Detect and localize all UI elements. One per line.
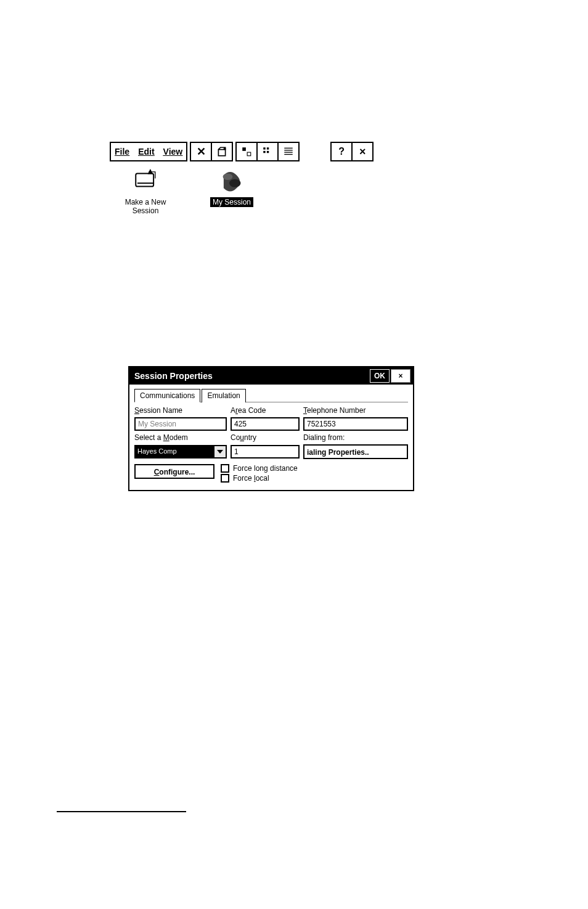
properties-button[interactable]	[212, 143, 232, 160]
my-session-icon	[217, 165, 247, 195]
help-button[interactable]: ?	[332, 143, 351, 160]
close-icon: ×	[398, 372, 402, 380]
svg-point-13	[229, 179, 240, 187]
checkbox-icon	[221, 464, 229, 473]
large-icons-icon	[241, 146, 252, 157]
icon-view: Make a New Session My Session	[110, 165, 439, 216]
menu-bar: File Edit View	[110, 142, 187, 161]
close-button[interactable]: ×	[353, 143, 372, 160]
svg-rect-7	[267, 151, 269, 153]
checkbox-group: Force long distance Force local	[221, 464, 298, 483]
check-label-long: Force long distance	[233, 464, 298, 473]
menu-file[interactable]: File	[115, 147, 129, 157]
footer-divider	[57, 811, 186, 812]
label-area-code: Area Code	[231, 406, 300, 415]
toolbar: File Edit View ✕	[110, 142, 439, 160]
icon-label-my-session: My Session	[210, 197, 253, 207]
icon-new-session[interactable]: Make a New Session	[115, 165, 176, 216]
svg-rect-2	[242, 147, 246, 151]
checkbox-icon	[221, 474, 229, 483]
check-label-local: Force local	[233, 474, 269, 483]
chevron-down-icon	[214, 446, 226, 457]
details-button[interactable]	[279, 143, 298, 160]
label-session-name: Session Name	[134, 406, 227, 415]
icon-my-session[interactable]: My Session	[201, 165, 263, 216]
large-icons-button[interactable]	[237, 143, 256, 160]
telephone-field[interactable]	[303, 417, 408, 431]
check-force-long-distance[interactable]: Force long distance	[221, 464, 298, 473]
toolbar-group-window: ? ×	[330, 142, 374, 161]
form-grid: Session Name Area Code Telephone Number …	[134, 406, 408, 459]
help-icon: ?	[338, 146, 345, 157]
new-session-icon	[131, 165, 160, 195]
configure-button[interactable]: Configure...	[134, 464, 214, 479]
svg-rect-5	[267, 147, 269, 149]
small-icons-button[interactable]	[258, 143, 277, 160]
svg-rect-0	[219, 150, 226, 156]
dialing-properties-button[interactable]: ialing Properties..	[303, 444, 408, 459]
dialog-ok-button[interactable]: OK	[370, 369, 390, 383]
explorer-window: File Edit View ✕	[110, 142, 439, 216]
svg-point-1	[224, 148, 226, 149]
toolbar-group-view	[235, 142, 300, 161]
tab-communications[interactable]: Communications	[134, 389, 200, 402]
dialog-close-button[interactable]: ×	[391, 369, 410, 383]
close-icon: ×	[359, 145, 366, 158]
svg-rect-12	[136, 174, 153, 187]
properties-icon	[216, 146, 227, 157]
dialog-tabs: Communications Emulation	[134, 388, 408, 402]
dialog-body: Communications Emulation Session Name Ar…	[129, 385, 413, 490]
area-code-field[interactable]	[231, 417, 300, 431]
label-telephone: Telephone Number	[303, 406, 408, 415]
svg-rect-6	[263, 151, 265, 153]
icon-label-new-session: Make a New Session	[115, 197, 176, 216]
bottom-row: Configure... Force long distance Force l…	[134, 464, 408, 483]
check-force-local[interactable]: Force local	[221, 474, 298, 483]
label-dialing-from: Dialing from:	[303, 433, 408, 442]
session-name-field[interactable]	[134, 417, 227, 431]
dialog-titlebar: Session Properties OK ×	[129, 367, 413, 385]
tab-emulation[interactable]: Emulation	[202, 389, 245, 402]
toolbar-group-edit: ✕	[190, 142, 233, 161]
details-icon	[283, 146, 294, 157]
svg-rect-3	[247, 152, 251, 156]
session-properties-dialog: Session Properties OK × Communications E…	[128, 366, 414, 491]
x-icon: ✕	[197, 145, 206, 158]
svg-point-14	[223, 174, 233, 181]
label-select-modem: Select a Modem	[134, 433, 227, 442]
modem-select-value: Hayes Comp	[136, 446, 214, 457]
svg-rect-4	[263, 147, 265, 149]
country-field[interactable]	[231, 445, 300, 459]
small-icons-icon	[262, 146, 273, 157]
dialog-title: Session Properties	[134, 371, 213, 381]
menu-view[interactable]: View	[163, 147, 183, 157]
modem-select[interactable]: Hayes Comp	[134, 445, 227, 459]
label-country: Country	[231, 433, 300, 442]
menu-edit[interactable]: Edit	[138, 147, 154, 157]
delete-button[interactable]: ✕	[191, 143, 211, 160]
